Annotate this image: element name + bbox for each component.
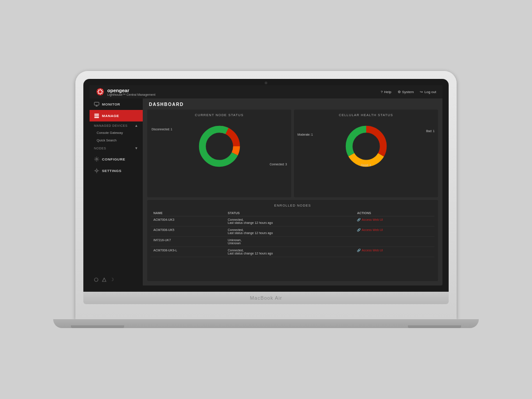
sidebar-sub-quick-search[interactable]: Quick Search <box>90 137 143 144</box>
help-icon: ? <box>381 90 383 94</box>
chevron-down-icon: ▼ <box>135 146 138 150</box>
help-label: Help <box>384 90 391 94</box>
enrolled-nodes-title: Enrolled Nodes <box>151 203 434 207</box>
node-name-cell: ACM7004-UK3 <box>151 216 225 226</box>
page-title: DASHBOARD <box>143 98 442 110</box>
disconnected-label: Disconnected: 1 <box>152 128 172 131</box>
node-status-cell: Connected, Last status change 12 hours a… <box>225 246 355 257</box>
svg-point-21 <box>354 135 378 158</box>
svg-point-8 <box>96 158 98 160</box>
svg-rect-7 <box>94 117 99 118</box>
monitor-label: Monitor <box>102 102 120 106</box>
table-row: ACM7008-UK5Connected, Last status change… <box>151 226 434 236</box>
configure-label: Configure <box>102 157 125 161</box>
header-nav: ? Help ⚙ System ↪ Log out <box>381 90 436 94</box>
configure-icon <box>94 156 99 162</box>
node-donut-svg <box>195 122 244 171</box>
access-web-ui-link[interactable]: 🔗 Access Web UI <box>357 249 432 252</box>
macbook-base: MacBook Air <box>83 292 449 304</box>
managed-devices-label: Managed Devices <box>94 124 128 127</box>
svg-point-9 <box>96 170 98 172</box>
settings-label: Settings <box>102 169 121 173</box>
cellular-status-chart: Moderate: 1 Bad: 1 Good: 1 <box>297 120 434 173</box>
col-header-name: Name <box>151 210 225 216</box>
cellular-status-title: Cellular Health Status <box>297 113 434 117</box>
logout-icon: ↪ <box>420 90 423 94</box>
sidebar-item-monitor[interactable]: Monitor <box>90 98 143 110</box>
managed-devices-section: Managed Devices ▲ <box>90 121 143 129</box>
node-name-cell: IM7216-UK7 <box>151 236 225 246</box>
settings-bottom-icon[interactable] <box>94 278 98 282</box>
node-status-chart: Disconnected: 1 Connected: 3 <box>151 120 288 173</box>
app-logo: opengear Lighthouse™ Central Management <box>96 87 156 96</box>
settings-icon <box>94 168 99 173</box>
access-web-ui-link[interactable]: 🔗 Access Web UI <box>357 228 432 232</box>
logo-name: opengear <box>107 88 156 93</box>
table-row: ACM7008-UK9-LConnected, Last status chan… <box>151 246 434 257</box>
moderate-label: Moderate: 1 <box>297 133 313 136</box>
monitor-icon <box>94 102 99 107</box>
node-actions-cell <box>354 236 434 246</box>
manage-icon <box>94 113 99 118</box>
sidebar-sub-console-gateway[interactable]: Console Gateway <box>90 129 143 137</box>
help-nav-item[interactable]: ? Help <box>381 90 391 94</box>
system-nav-item[interactable]: ⚙ System <box>398 90 414 94</box>
nodes-label: Nodes <box>94 147 106 150</box>
main-content: DASHBOARD Current Node Status <box>143 98 442 286</box>
macbook-brand: MacBook Air <box>250 295 282 301</box>
macbook-foot-left <box>71 325 124 328</box>
logout-nav-item[interactable]: ↪ Log out <box>420 90 436 94</box>
dashboard-grid: Current Node Status <box>143 110 442 286</box>
connected-label: Connected: 3 <box>270 163 287 166</box>
node-actions-cell: 🔗 Access Web UI <box>354 246 434 257</box>
screen: opengear Lighthouse™ Central Management … <box>90 85 442 286</box>
node-name-cell: ACM7008-UK9-L <box>151 246 225 257</box>
svg-rect-6 <box>94 115 99 116</box>
svg-point-10 <box>94 278 98 282</box>
enrolled-nodes-card: Enrolled Nodes Name Status Actions <box>147 200 438 282</box>
node-status-title: Current Node Status <box>151 113 288 117</box>
access-web-ui-link[interactable]: 🔗 Access Web UI <box>357 218 432 222</box>
app-header: opengear Lighthouse™ Central Management … <box>90 85 442 98</box>
sidebar-item-manage[interactable]: Manage <box>90 110 143 121</box>
col-header-actions: Actions <box>354 210 434 216</box>
svg-rect-2 <box>94 102 99 106</box>
opengear-logo-icon <box>96 87 105 96</box>
nodes-table: Name Status Actions ACM7004-UK3Connected… <box>151 210 434 257</box>
svg-rect-5 <box>94 114 99 115</box>
bad-label: Bad: 1 <box>426 129 434 133</box>
sidebar-item-configure[interactable]: Configure <box>90 153 143 165</box>
logout-label: Log out <box>424 90 436 94</box>
macbook-laptop: opengear Lighthouse™ Central Management … <box>75 71 457 319</box>
node-actions-cell: 🔗 Access Web UI <box>354 226 434 236</box>
logo-subtitle: Lighthouse™ Central Management <box>107 93 156 96</box>
manage-label: Manage <box>102 114 119 118</box>
moon-icon[interactable]: ☽ <box>110 277 114 282</box>
alert-bottom-icon[interactable] <box>102 278 106 282</box>
chevron-up-icon: ▲ <box>135 124 138 128</box>
app-body: Monitor Manage Managed Devices <box>90 98 442 286</box>
system-label: System <box>402 90 414 94</box>
sidebar-bottom-icons: ☽ <box>90 274 143 286</box>
camera <box>265 82 267 84</box>
system-icon: ⚙ <box>398 90 401 94</box>
node-status-cell: Unknown, Unknown <box>225 236 355 246</box>
nodes-section: Nodes ▼ <box>90 144 143 152</box>
macbook-foot-right <box>408 325 461 328</box>
table-row: ACM7004-UK3Connected, Last status change… <box>151 216 434 226</box>
logo-text: opengear Lighthouse™ Central Management <box>107 88 156 96</box>
node-status-cell: Connected, Last status change 12 hours a… <box>225 216 355 226</box>
screen-bezel: opengear Lighthouse™ Central Management … <box>83 79 449 292</box>
sidebar: Monitor Manage Managed Devices <box>90 98 143 286</box>
good-label: Good: 1 <box>361 164 371 167</box>
macbook-bottom <box>53 319 479 328</box>
node-actions-cell: 🔗 Access Web UI <box>354 216 434 226</box>
svg-point-16 <box>207 135 231 158</box>
node-status-card: Current Node Status <box>147 110 291 197</box>
col-header-status: Status <box>225 210 355 216</box>
sidebar-item-settings[interactable]: Settings <box>90 165 143 176</box>
table-row: IM7216-UK7Unknown, Unknown <box>151 236 434 246</box>
node-name-cell: ACM7008-UK5 <box>151 226 225 236</box>
svg-marker-11 <box>102 278 106 282</box>
node-status-cell: Connected, Last status change 12 hours a… <box>225 226 355 236</box>
